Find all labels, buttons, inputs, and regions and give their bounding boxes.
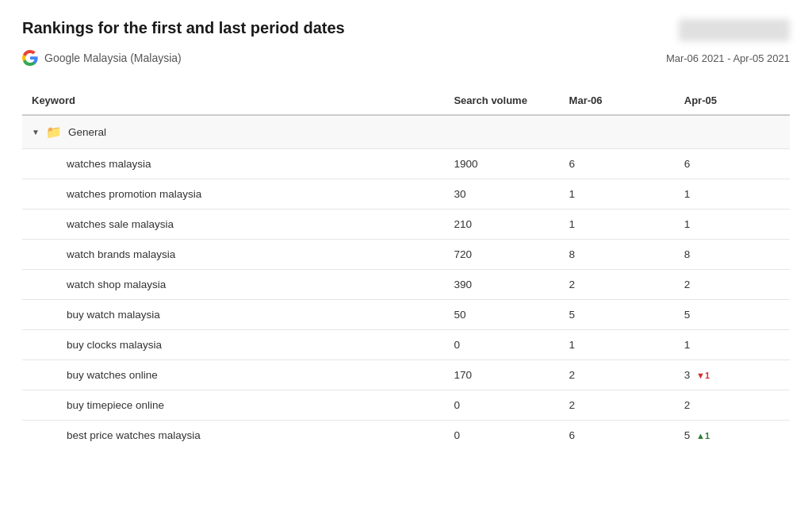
search-volume-cell: 0: [444, 421, 559, 451]
group-label: General: [68, 126, 106, 138]
keyword-cell: buy watch malaysia: [22, 300, 444, 330]
main-container: Rankings for the first and last period d…: [0, 0, 812, 519]
blurred-logo: [679, 19, 790, 41]
mar-rank-cell: 6: [560, 149, 675, 179]
table-body: ▼ 📁 General watches malaysia190066watche…: [22, 115, 790, 450]
table-row: watches malaysia190066: [22, 149, 790, 179]
group-row: ▼ 📁 General: [22, 115, 790, 149]
keyword-cell: watches malaysia: [22, 149, 444, 179]
group-cell: ▼ 📁 General: [22, 115, 790, 149]
apr-rank-cell: 1: [675, 330, 790, 360]
apr-rank-cell: 6: [675, 149, 790, 179]
table-row: buy timepiece online022: [22, 390, 790, 421]
table-row: watch shop malaysia39022: [22, 270, 790, 300]
folder-icon: 📁: [46, 125, 62, 140]
col-apr: Apr-05: [675, 88, 790, 115]
apr-rank-cell: 5: [675, 300, 790, 330]
keyword-cell: buy timepiece online: [22, 390, 444, 421]
table-header: Keyword Search volume Mar-06 Apr-05: [22, 88, 790, 115]
apr-rank-cell: 8: [675, 240, 790, 270]
apr-rank-cell: 3 ▼1: [675, 360, 790, 390]
google-branding: Google Malaysia (Malaysia): [22, 50, 182, 66]
mar-rank-cell: 1: [560, 210, 675, 240]
table-row: watches promotion malaysia3011: [22, 179, 790, 210]
search-volume-cell: 170: [444, 360, 559, 390]
mar-rank-cell: 1: [560, 330, 675, 360]
search-volume-cell: 0: [444, 330, 559, 360]
keyword-cell: watches promotion malaysia: [22, 179, 444, 210]
mar-rank-cell: 2: [560, 390, 675, 421]
google-label: Google Malaysia (Malaysia): [44, 52, 182, 64]
keyword-cell: watch shop malaysia: [22, 270, 444, 300]
search-volume-cell: 1900: [444, 149, 559, 179]
keyword-cell: buy clocks malaysia: [22, 330, 444, 360]
col-keyword: Keyword: [22, 88, 444, 115]
date-range: Mar-06 2021 - Apr-05 2021: [666, 52, 790, 64]
rank-down-badge: ▼1: [696, 371, 710, 380]
rankings-table-wrapper: Keyword Search volume Mar-06 Apr-05 ▼ 📁 …: [22, 88, 790, 450]
table-row: watches sale malaysia21011: [22, 210, 790, 240]
page-title: Rankings for the first and last period d…: [22, 19, 790, 37]
col-mar: Mar-06: [560, 88, 675, 115]
keyword-cell: watches sale malaysia: [22, 210, 444, 240]
apr-rank-cell: 1: [675, 210, 790, 240]
table-row: buy watches online17023 ▼1: [22, 360, 790, 390]
col-search-volume: Search volume: [444, 88, 559, 115]
search-volume-cell: 50: [444, 300, 559, 330]
expand-arrow-icon[interactable]: ▼: [32, 128, 40, 136]
mar-rank-cell: 2: [560, 270, 675, 300]
keyword-cell: best price watches malaysia: [22, 421, 444, 451]
search-volume-cell: 720: [444, 240, 559, 270]
rankings-table: Keyword Search volume Mar-06 Apr-05 ▼ 📁 …: [22, 88, 790, 450]
mar-rank-cell: 8: [560, 240, 675, 270]
table-row: buy watch malaysia5055: [22, 300, 790, 330]
google-g-icon: [22, 50, 38, 66]
keyword-cell: watch brands malaysia: [22, 240, 444, 270]
mar-rank-cell: 1: [560, 179, 675, 210]
mar-rank-cell: 2: [560, 360, 675, 390]
table-row: best price watches malaysia065 ▲1: [22, 421, 790, 451]
rank-up-badge: ▲1: [696, 431, 710, 440]
search-volume-cell: 210: [444, 210, 559, 240]
keyword-cell: buy watches online: [22, 360, 444, 390]
mar-rank-cell: 6: [560, 421, 675, 451]
header-row: Google Malaysia (Malaysia) Mar-06 2021 -…: [22, 50, 790, 72]
table-row: buy clocks malaysia011: [22, 330, 790, 360]
search-volume-cell: 0: [444, 390, 559, 421]
search-volume-cell: 390: [444, 270, 559, 300]
apr-rank-cell: 2: [675, 390, 790, 421]
search-volume-cell: 30: [444, 179, 559, 210]
apr-rank-cell: 2: [675, 270, 790, 300]
apr-rank-cell: 1: [675, 179, 790, 210]
mar-rank-cell: 5: [560, 300, 675, 330]
apr-rank-cell: 5 ▲1: [675, 421, 790, 451]
table-row: watch brands malaysia72088: [22, 240, 790, 270]
